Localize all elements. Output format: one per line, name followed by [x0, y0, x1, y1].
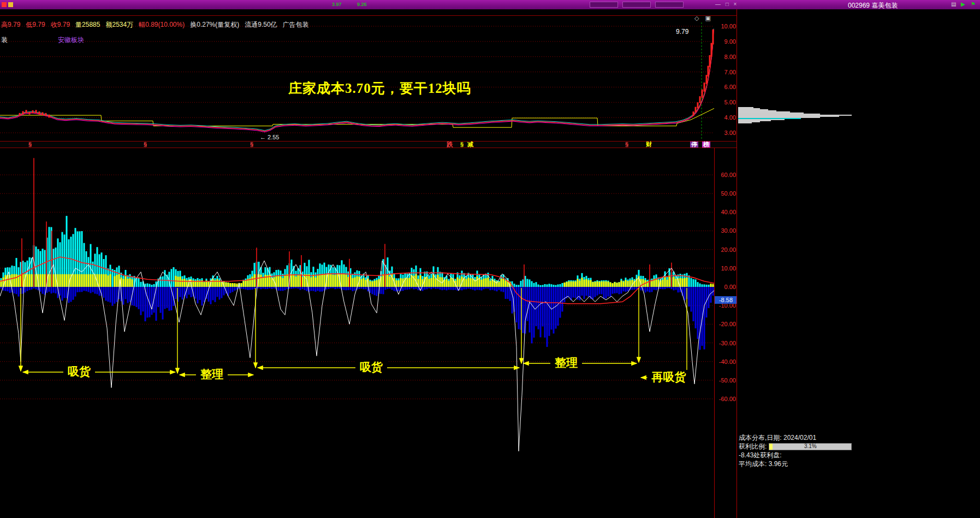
- right-panel: 成本分布,日期: 2024/02/01 获利比例:3.1% -8.43处获利盘:…: [737, 9, 980, 518]
- indicator-axis-label: 60.00: [715, 172, 736, 178]
- phase-label: 再吸货: [648, 370, 691, 385]
- phase-label: 整理: [550, 356, 582, 370]
- titlebar-mini-value: 9.26: [357, 2, 367, 7]
- stock-code-label: 002969 嘉美包装: [848, 1, 898, 10]
- stock-stat: 幅0.89(10.00%): [139, 21, 185, 28]
- panel-divider-line: [737, 9, 737, 518]
- stock-stat: 广告包装: [283, 21, 309, 28]
- menu-glyph-icon[interactable]: [8, 2, 13, 7]
- indicator-right-border: [714, 148, 715, 518]
- stock-stat: 流通9.50亿: [245, 21, 277, 28]
- phase-label: 吸货: [63, 364, 95, 379]
- signal-badge[interactable]: §: [250, 142, 253, 148]
- toolbar-button-1[interactable]: [590, 2, 618, 8]
- kline-axis-label: 9.00: [715, 38, 736, 45]
- indicator-axis-label: -20.00: [715, 321, 736, 327]
- app-icon[interactable]: [2, 2, 7, 7]
- indicator-axis-label: 30.00: [715, 227, 736, 234]
- profit-ratio-value: 3.1%: [769, 443, 851, 449]
- indicator-chart[interactable]: [0, 148, 737, 518]
- toolbar-button-3[interactable]: [655, 2, 684, 8]
- toolbar-button-2[interactable]: [622, 2, 651, 8]
- indicator-axis-label: -30.00: [715, 340, 736, 346]
- signal-badge[interactable]: §: [144, 142, 147, 148]
- kline-axis-label: 4.00: [715, 114, 736, 121]
- signal-badge[interactable]: 财: [646, 142, 652, 148]
- kline-axis-label: 10.00: [715, 23, 736, 30]
- cost-distribution-panel: 成本分布,日期: 2024/02/01 获利比例:3.1% -8.43处获利盘:…: [739, 433, 852, 468]
- signal-badge[interactable]: §: [460, 142, 464, 148]
- profit-ratio-label: 获利比例:: [739, 443, 767, 450]
- indicator-axis-label: 20.00: [715, 246, 736, 253]
- indicator-axis-label: -60.00: [715, 396, 736, 402]
- titlebar-mini-value: 3.97: [332, 2, 342, 7]
- kline-axis-label: 7.00: [715, 69, 736, 75]
- kline-axis-label: 8.00: [715, 54, 736, 60]
- kline-axis-label: 3.00: [715, 130, 736, 136]
- indicator-axis-label: 0.00: [715, 284, 736, 290]
- indicator-axis-label: 10.00: [715, 265, 736, 272]
- current-value-badge: -8.58: [715, 296, 737, 304]
- indicator-panel: 60.0050.0040.0030.0020.0010.000.00-10.00…: [0, 148, 737, 518]
- cost-title: 成本分布,日期: 2024/02/01: [739, 433, 852, 441]
- indicator-axis-label: 50.00: [715, 190, 736, 197]
- signal-badge[interactable]: 减: [467, 142, 473, 148]
- stock-stat: 高9.79: [1, 21, 20, 28]
- signal-badge[interactable]: 停: [690, 142, 698, 148]
- corner-label: 装: [1, 36, 8, 45]
- signal-badge[interactable]: §: [625, 142, 628, 148]
- stock-stat: 收9.79: [51, 21, 70, 28]
- signal-badge[interactable]: 跌: [447, 142, 453, 148]
- profit-ratio-bar: 3.1%: [769, 443, 852, 450]
- stock-stat: 额2534万: [105, 21, 133, 28]
- window-controls[interactable]: — □ ×: [715, 1, 738, 7]
- high-price-label: 9.79: [676, 28, 688, 36]
- sector-label[interactable]: 安徽板块: [58, 36, 84, 45]
- titlebar: — □ × 002969 嘉美包装 ▤ ▶ ⚑ 3.979.26: [0, 0, 980, 9]
- phase-label: 整理: [196, 367, 228, 382]
- low-price-marker: ← 2.55: [260, 134, 279, 140]
- indicator-axis-label: -50.00: [715, 377, 736, 384]
- trading-app-window: — □ × 002969 嘉美包装 ▤ ▶ ⚑ 3.979.26 10.009.…: [0, 0, 980, 518]
- play-icon[interactable]: ▶: [961, 1, 965, 8]
- indicator-axis-label: 40.00: [715, 209, 736, 215]
- average-cost: 平均成本: 3.96元: [739, 460, 852, 467]
- profit-ratio-row: 获利比例:3.1%: [739, 442, 852, 450]
- grid-view-icon[interactable]: ▤: [951, 1, 956, 8]
- signal-badge[interactable]: 榜: [702, 142, 710, 148]
- indicator-axis-label: -40.00: [715, 358, 736, 365]
- stock-stat: 低9.79: [26, 21, 45, 28]
- flag-icon[interactable]: ⚑: [971, 1, 976, 8]
- stock-stats-row: 高9.79低9.79收9.79量25885额2534万幅0.89(10.00%)…: [1, 20, 314, 30]
- profit-at-price: -8.43处获利盘:: [739, 451, 852, 458]
- kline-axis-label: 5.00: [715, 99, 736, 105]
- signal-strip: §§§跌§减§财停榜: [0, 141, 737, 148]
- phase-label: 吸货: [355, 360, 387, 375]
- kline-axis-label: 6.00: [715, 84, 736, 90]
- stock-stat: 换0.27%(量复权): [190, 21, 239, 28]
- chart-top-border: [0, 15, 737, 16]
- stock-stat: 量25885: [75, 21, 100, 28]
- signal-badge[interactable]: §: [28, 142, 32, 148]
- cost-annotation: 庄家成本3.70元，要干12块吗: [288, 79, 471, 97]
